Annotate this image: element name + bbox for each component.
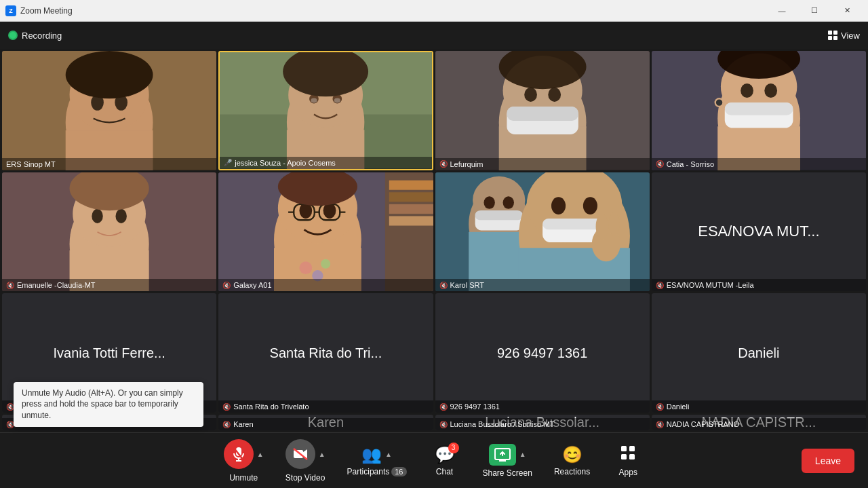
share-screen-button[interactable]: ▲ Share Screen — [472, 438, 543, 483]
stop-video-label: Stop Video — [285, 473, 326, 483]
title-bar: Z Zoom Meeting ― ☐ ✕ — [0, 0, 868, 22]
participants-arrow[interactable]: ▲ — [385, 451, 392, 458]
video-tile-4: 🔇 Catia - Sorriso — [652, 51, 866, 170]
grid-icon — [828, 31, 837, 40]
name-overlay-7: 🔇 Karol SRT — [435, 279, 650, 291]
reactions-icon: 😊 — [562, 445, 583, 464]
video-tile-1: ERS Sinop MT — [2, 51, 216, 170]
svg-point-6 — [66, 51, 153, 98]
svg-rect-95 — [629, 454, 635, 459]
maximize-button[interactable]: ☐ — [799, 0, 830, 22]
share-screen-icon — [489, 444, 516, 466]
svg-point-32 — [764, 83, 777, 98]
svg-rect-92 — [621, 446, 627, 451]
chat-button[interactable]: 💬 3 Chat — [418, 440, 472, 482]
participant-display-11: 926 9497 1361 — [490, 345, 594, 361]
share-screen-arrow[interactable]: ▲ — [519, 451, 526, 458]
svg-point-62 — [300, 261, 313, 274]
video-tile-7: 🔇 Karol SRT — [435, 172, 650, 292]
svg-rect-72 — [475, 210, 522, 220]
participant-name-10: Santa Rita do Trivelato — [233, 402, 309, 411]
svg-point-43 — [115, 209, 126, 223]
recording-label: Recording — [22, 31, 62, 41]
svg-point-77 — [583, 197, 597, 214]
share-screen-label: Share Screen — [483, 468, 532, 478]
apps-label: Apps — [619, 468, 637, 477]
stop-video-arrow[interactable]: ▲ — [319, 451, 326, 458]
name-overlay-1: ERS Sinop MT — [2, 158, 216, 170]
unmute-arrow[interactable]: ▲ — [257, 451, 264, 458]
name-overlay-14: 🔇 Karen — [218, 418, 433, 430]
tooltip: Unmute My Audio (Alt+A). Or you can simp… — [14, 382, 203, 427]
svg-point-36 — [716, 99, 722, 105]
participant-name-2: jessica Souza - Apoio Cosems — [235, 159, 336, 167]
video-tile-10: Santa Rita do Tri... 🔇 Santa Rita do Tri… — [218, 293, 433, 413]
video-tile-3: 🔇 Lefurquim — [435, 51, 650, 170]
chat-icon-wrap: 💬 3 — [435, 445, 455, 464]
participant-name-6: Galaxy A01 — [233, 281, 271, 289]
name-overlay-11: 🔇 926 9497 1361 — [435, 400, 650, 413]
video-tile-16: NADIA CAPISTR... 🔇 NADIA CAPISTRANO — [652, 415, 866, 430]
svg-point-70 — [502, 196, 513, 209]
mute-icon-15: 🔇 — [439, 421, 448, 428]
svg-point-42 — [92, 209, 102, 223]
mute-icon-4: 🔇 — [656, 160, 664, 168]
svg-point-16 — [334, 98, 340, 103]
svg-rect-47 — [389, 180, 433, 189]
view-label: View — [841, 31, 860, 41]
unmute-button[interactable]: ▲ Unmute — [213, 434, 275, 488]
name-overlay-5: 🔇 Emanuelle -Claudia-MT — [2, 279, 216, 291]
svg-point-22 — [524, 88, 537, 102]
svg-point-31 — [741, 83, 753, 98]
mic-muted-icon — [224, 439, 254, 469]
svg-rect-48 — [389, 192, 433, 202]
svg-point-63 — [321, 259, 330, 268]
reactions-button[interactable]: 😊 Reactions — [543, 440, 601, 482]
svg-rect-94 — [621, 454, 627, 459]
title-bar-controls[interactable]: ― ☐ ✕ — [766, 0, 863, 22]
svg-rect-49 — [389, 204, 433, 214]
mute-icon-3: 🔇 — [439, 160, 448, 168]
video-tile-2: 🎤 jessica Souza - Apoio Cosems — [218, 51, 433, 170]
close-button[interactable]: ✕ — [831, 0, 863, 22]
view-button[interactable]: View — [828, 31, 860, 41]
participant-name-12: Danieli — [667, 402, 690, 411]
participants-icon: 👥 — [361, 445, 382, 464]
participant-name-16: NADIA CAPISTRANO — [667, 420, 740, 428]
video-tile-15: Luciana Bussolar... 🔇 Luciana Bussolaro … — [435, 415, 650, 430]
title-bar-left: Z Zoom Meeting — [5, 5, 73, 16]
participant-name-14: Karen — [233, 420, 253, 428]
minimize-button[interactable]: ― — [766, 0, 797, 22]
participant-name-3: Lefurquim — [450, 160, 484, 168]
participant-display-9: Ivania Totti Ferre... — [46, 345, 172, 361]
recording-badge: Recording — [8, 31, 62, 41]
mute-icon-16: 🔇 — [656, 421, 664, 428]
video-tile-12: Danieli 🔇 Danieli — [652, 293, 866, 413]
participant-name-5: Emanuelle -Claudia-MT — [17, 281, 96, 289]
video-tile-11: 926 9497 1361 🔇 926 9497 1361 — [435, 293, 650, 413]
name-overlay-8: 🔇 ESA/NOVA MUTUM -Leila — [652, 279, 866, 291]
recording-dot — [8, 31, 18, 40]
apps-button[interactable]: Apps — [601, 439, 655, 483]
mute-icon-12: 🔇 — [656, 403, 664, 411]
svg-rect-46 — [385, 172, 433, 292]
video-tile-5: 🔇 Emanuelle -Claudia-MT — [2, 172, 216, 292]
participant-name-8: ESA/NOVA MUTUM -Leila — [667, 281, 754, 289]
name-overlay-15: 🔇 Luciana Bussolaro / Sorriso-MT — [435, 418, 650, 430]
svg-rect-34 — [725, 102, 793, 115]
participants-count: 16 — [391, 467, 406, 476]
mute-icon-10: 🔇 — [222, 403, 231, 411]
participant-display-10: Santa Rita do Tri... — [263, 345, 389, 361]
participants-button[interactable]: 👥 ▲ Participants 16 — [336, 440, 418, 482]
name-overlay-2: 🎤 jessica Souza - Apoio Cosems — [220, 157, 431, 169]
name-overlay-6: 🔇 Galaxy A01 — [218, 279, 433, 291]
leave-button[interactable]: Leave — [802, 449, 854, 473]
svg-point-69 — [484, 196, 494, 209]
reactions-label: Reactions — [554, 467, 590, 476]
name-overlay-3: 🔇 Lefurquim — [435, 158, 650, 170]
stop-video-button[interactable]: ▲ Stop Video — [275, 434, 336, 488]
name-overlay-12: 🔇 Danieli — [652, 400, 866, 413]
participant-name-7: Karol SRT — [450, 281, 485, 289]
svg-rect-93 — [629, 446, 635, 451]
unmute-label: Unmute — [229, 473, 258, 483]
